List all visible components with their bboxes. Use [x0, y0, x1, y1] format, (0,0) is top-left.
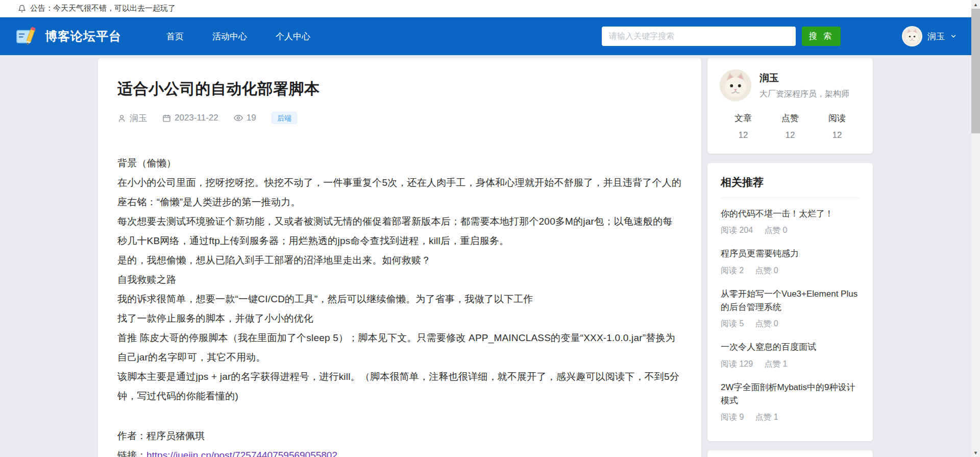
recommend-item[interactable]: 从零开始写一个Vue3+Element Plus的后台管理系统 阅读 5 点赞 …: [721, 280, 860, 334]
read-count: 阅读 2: [721, 266, 744, 276]
nav-item-home[interactable]: 首页: [166, 31, 184, 42]
recommend-item[interactable]: 程序员更需要钝感力 阅读 2 点赞 0: [721, 240, 860, 280]
like-count: 点赞 0: [764, 225, 787, 236]
read-count: 阅读 129: [721, 359, 753, 370]
page-layout: 适合小公司的自动化部署脚本 润玉 2023-11-22 19 后端 背景（偷懒）…: [98, 58, 873, 457]
read-count: 阅读 204: [721, 225, 753, 236]
article-tag-badge[interactable]: 后端: [272, 112, 297, 124]
eye-icon: [234, 113, 243, 123]
stat-reads: 阅读 12: [828, 112, 846, 140]
search-input[interactable]: [602, 27, 796, 46]
article-source-link-line: 链接：https://juejin.cn/post/72574407595690…: [117, 446, 682, 457]
profile-info: 润玉 大厂资深程序员，架构师: [760, 71, 849, 100]
scrollbar-down-arrow-icon[interactable]: ▼: [971, 448, 980, 457]
recommend-item[interactable]: 2W字全面剖析Mybatis中的9种设计模式 阅读 9 点赞 1: [721, 374, 860, 427]
recommend-title: 相关推荐: [721, 175, 860, 189]
bell-icon: [18, 5, 26, 13]
announcement-bar: 公告：今天天气很不错，可以出去一起玩了: [0, 0, 971, 17]
divider: [721, 198, 860, 198]
stat-likes: 点赞 12: [781, 112, 799, 140]
stat-articles: 文章 12: [734, 112, 752, 140]
profile-bio: 大厂资深程序员，架构师: [760, 89, 849, 100]
scrollbar-thumb[interactable]: [971, 9, 980, 133]
search-button[interactable]: 搜 索: [802, 27, 841, 46]
brand[interactable]: 博客论坛平台: [15, 25, 121, 48]
article-date: 2023-11-22: [162, 113, 218, 123]
article-body: 背景（偷懒） 在小小的公司里面，挖呀挖呀挖。快挖不动了，一件事重复个5次，还在人…: [117, 154, 682, 406]
article-title: 适合小公司的自动化部署脚本: [117, 79, 682, 100]
page-scrollbar[interactable]: ▲ ▼: [971, 0, 980, 457]
profile-avatar[interactable]: [720, 69, 751, 101]
user-menu[interactable]: 润玉: [902, 26, 957, 46]
cat-avatar-image: [903, 27, 921, 45]
read-count: 阅读 9: [721, 412, 744, 423]
like-count: 点赞 1: [755, 412, 778, 423]
calendar-icon: [162, 114, 171, 123]
cat-avatar-image: [720, 69, 751, 101]
source-link[interactable]: https://juejin.cn/post/72574407595690558…: [146, 450, 337, 457]
navbar: 博客论坛平台 首页 活动中心 个人中心 搜 索 润玉: [0, 17, 971, 55]
profile-header: 润玉 大厂资深程序员，架构师: [720, 69, 861, 101]
like-count: 点赞 1: [764, 359, 787, 370]
article-views: 19: [234, 113, 256, 123]
article-source-author: 作者：程序员猪佩琪: [117, 426, 682, 446]
notebook-pencil-logo-icon: [15, 25, 39, 48]
profile-card: 润玉 大厂资深程序员，架构师 文章 12 点赞 12 阅读 12: [707, 58, 873, 154]
article-author: 润玉: [117, 112, 147, 124]
user-avatar[interactable]: [902, 26, 922, 46]
main-nav: 首页 活动中心 个人中心: [166, 31, 310, 42]
user-name: 润玉: [927, 31, 945, 42]
like-count: 点赞 0: [755, 266, 778, 276]
person-icon: [117, 114, 126, 123]
like-count: 点赞 0: [755, 319, 778, 329]
recommend-item[interactable]: 你的代码不堪一击！太烂了！ 阅读 204 点赞 0: [721, 200, 860, 240]
announcement-text: 公告：今天天气很不错，可以出去一起玩了: [30, 4, 176, 13]
nav-item-personal-center[interactable]: 个人中心: [276, 31, 310, 42]
scrollbar-up-arrow-icon[interactable]: ▲: [971, 0, 980, 9]
sidebar: 润玉 大厂资深程序员，架构师 文章 12 点赞 12 阅读 12: [707, 58, 873, 457]
recommend-item[interactable]: 一次令人窒息的百度面试 阅读 129 点赞 1: [721, 333, 860, 373]
profile-stats: 文章 12 点赞 12 阅读 12: [720, 112, 861, 140]
article-card: 适合小公司的自动化部署脚本 润玉 2023-11-22 19 后端 背景（偷懒）…: [98, 58, 701, 457]
nav-item-activity-center[interactable]: 活动中心: [212, 31, 247, 42]
brand-title: 博客论坛平台: [45, 28, 121, 44]
search-area: 搜 索: [602, 27, 841, 46]
promo-card: 找对属于你的学习圈了: [707, 450, 873, 457]
article-meta: 润玉 2023-11-22 19 后端: [117, 112, 682, 124]
profile-name: 润玉: [760, 71, 849, 85]
read-count: 阅读 5: [721, 319, 744, 329]
chevron-down-icon: [950, 33, 957, 40]
recommend-card: 相关推荐 你的代码不堪一击！太烂了！ 阅读 204 点赞 0 程序员更需要钝感力…: [707, 163, 873, 441]
